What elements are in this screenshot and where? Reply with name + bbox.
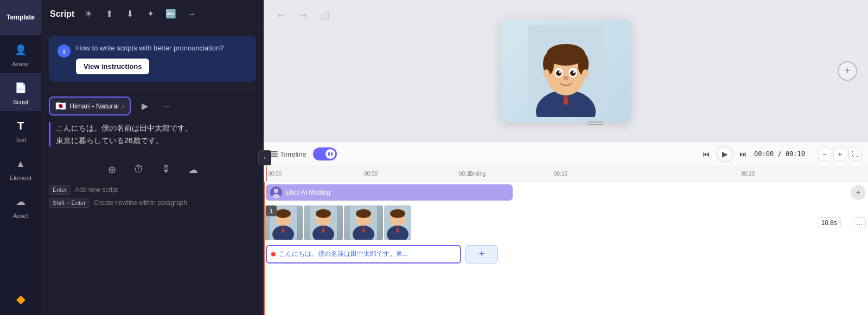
svg-rect-20 <box>270 156 278 157</box>
shift-enter-hint-text: Create newline within paragraph <box>94 199 187 207</box>
svg-rect-22 <box>331 152 333 156</box>
subtitle-dot <box>271 252 276 256</box>
svg-rect-19 <box>270 153 278 155</box>
svg-point-33 <box>316 209 331 218</box>
timeline-tracks: Elliot AI Matting + 1 <box>264 182 868 315</box>
sidebar: Template 👤 Avatar 📄 Script T Text ▲ Elem… <box>0 0 41 315</box>
timeline-area: Timeline ⏮ ▶ ⏭ 00:00 / 00:10 − <box>264 142 868 315</box>
download-icon[interactable]: ⬇ <box>122 7 137 22</box>
cloud-upload-icon[interactable]: ⬆ <box>101 7 117 22</box>
sidebar-logo: Template <box>0 0 41 35</box>
openai-icon[interactable]: ✦ <box>143 7 158 22</box>
crop-button[interactable]: ⬜ <box>316 7 333 24</box>
topbar-icons: ☀ ⬆ ⬇ ✦ 🔤 → <box>81 7 199 22</box>
timeline-view-toggle[interactable] <box>313 147 337 160</box>
expand-icon[interactable]: → <box>184 7 199 22</box>
subtitle-add-button[interactable]: + <box>465 245 498 263</box>
tick-1: 00:05 <box>364 171 378 177</box>
play-button[interactable]: ▶ <box>717 146 732 162</box>
film-frame-2[interactable] <box>304 205 343 240</box>
filmstrip-options-button[interactable]: ... <box>853 217 866 228</box>
script-topbar: Script ☀ ⬆ ⬇ ✦ 🔤 → <box>41 0 264 28</box>
voice-flag: 🇯🇵 <box>55 101 66 111</box>
fullscreen-button[interactable]: ⛶ <box>848 147 861 160</box>
sidebar-item-label-element: Element <box>10 175 31 181</box>
toggle-knob <box>326 149 335 159</box>
svg-point-24 <box>274 189 278 193</box>
zoom-out-button[interactable]: − <box>818 147 831 160</box>
matting-track-avatar <box>270 187 282 198</box>
element-icon: ▲ <box>12 155 29 172</box>
add-element-button[interactable]: + <box>838 61 857 81</box>
sidebar-item-element[interactable]: ▲ Element <box>0 149 41 187</box>
translate-icon[interactable]: 🔤 <box>163 7 178 22</box>
film-avatar-3 <box>350 206 377 240</box>
tick-ending: Ending <box>469 171 486 177</box>
enter-hint: Enter Add new script <box>49 185 256 195</box>
add-script-area: Enter Add new script Shift + Enter Creat… <box>41 185 264 215</box>
subtitle-row: こんにちは。僕の名前は田中太郎です。東... + <box>264 242 868 266</box>
add-script-icon[interactable]: ⊕ <box>103 161 120 178</box>
duration-badge: 10.8s <box>818 217 841 228</box>
bottom-toolbar: ⊕ ⏱ 🎙 ☁ <box>41 155 264 185</box>
info-banner: i How to write scripts with better prono… <box>49 36 256 82</box>
avatar-icon: 👤 <box>12 41 29 59</box>
top-toolbar: ↩ ↪ ⬜ <box>272 7 333 24</box>
view-instructions-button[interactable]: View instructions <box>76 59 149 74</box>
timeline-ruler: 00:00 00:05 00:10 Ending 00:15 00:20 <box>264 166 868 182</box>
svg-point-12 <box>570 70 576 76</box>
script-panel: Script ☀ ⬆ ⬇ ✦ 🔤 → i How to write script… <box>41 0 264 315</box>
svg-point-15 <box>563 76 569 80</box>
matting-track-row: Elliot AI Matting + <box>264 182 868 203</box>
time-display: 00:00 / 00:10 <box>754 150 805 158</box>
brightness-icon[interactable]: ☀ <box>81 7 96 22</box>
svg-point-17 <box>582 69 589 78</box>
skip-start-button[interactable]: ⏮ <box>699 146 714 162</box>
voice-more-button[interactable]: ··· <box>159 99 174 114</box>
matting-track-block[interactable]: Elliot AI Matting <box>266 184 513 201</box>
info-banner-text: How to write scripts with better pronoun… <box>76 43 247 53</box>
gem-icon: ◆ <box>16 292 25 306</box>
svg-rect-21 <box>328 152 330 156</box>
info-icon: i <box>58 44 71 57</box>
sidebar-item-label-text: Text <box>15 137 26 143</box>
add-track-button[interactable]: + <box>851 185 866 200</box>
film-avatar-4 <box>384 206 411 240</box>
mic-icon[interactable]: 🎙 <box>157 161 175 178</box>
subtitle-block[interactable]: こんにちは。僕の名前は田中太郎です。東... <box>266 245 461 263</box>
script-text[interactable]: こんにちは。僕の名前は田中太郎です。 東京に暮らしている26歳です。 <box>49 122 256 146</box>
voice-track: 🇯🇵 Himari - Natural › ▶ ··· <box>49 97 256 115</box>
sidebar-item-avatar[interactable]: 👤 Avatar <box>0 35 41 73</box>
history-icon[interactable]: ⏱ <box>130 161 148 178</box>
svg-point-11 <box>556 70 561 76</box>
divider-1 <box>49 89 256 90</box>
redo-button[interactable]: ↪ <box>294 7 311 24</box>
film-frame-3[interactable] <box>344 205 383 240</box>
undo-button[interactable]: ↩ <box>272 7 290 24</box>
sidebar-item-label-asset: Asset <box>13 213 28 219</box>
voice-selector[interactable]: 🇯🇵 Himari - Natural › <box>49 97 131 115</box>
voice-name: Himari - Natural <box>69 102 119 110</box>
zoom-in-button[interactable]: + <box>833 147 846 160</box>
playhead-indicator <box>266 166 267 181</box>
collapse-panel-button[interactable]: ‹ <box>258 150 271 165</box>
enter-key: Enter <box>49 185 71 195</box>
filmstrip-number: 1 <box>266 205 277 216</box>
sidebar-item-script[interactable]: 📄 Script <box>0 73 41 111</box>
tick-4: 00:20 <box>741 171 755 177</box>
sidebar-item-text[interactable]: T Text <box>0 111 41 149</box>
sidebar-item-label-avatar: Avatar <box>12 61 29 67</box>
tick-3: 00:15 <box>554 171 567 177</box>
filmstrip-row: 1 <box>264 203 868 242</box>
timeline-label: Timeline <box>270 150 307 158</box>
sidebar-item-asset[interactable]: ☁ Asset <box>0 187 41 225</box>
filmstrip-frames <box>264 205 411 241</box>
voice-play-button[interactable]: ▶ <box>136 98 154 115</box>
script-panel-title: Script <box>50 9 74 19</box>
avatar-preview <box>501 20 631 123</box>
skip-end-button[interactable]: ⏭ <box>736 146 751 162</box>
zoom-controls: − + ⛶ <box>818 147 861 160</box>
svg-point-13 <box>559 71 561 73</box>
film-frame-4[interactable] <box>384 205 411 240</box>
cloud-sync-icon[interactable]: ☁ <box>184 161 202 178</box>
